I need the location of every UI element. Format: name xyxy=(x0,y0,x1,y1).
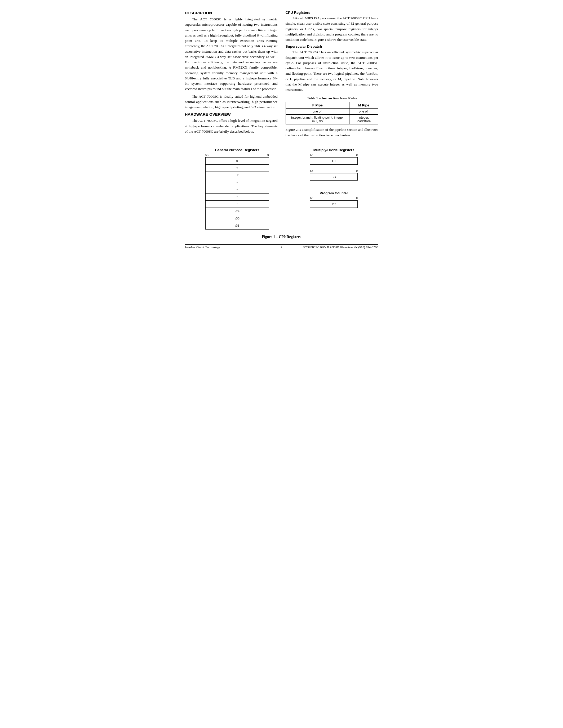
description-para-2: The ACT 7000SC is ideally suited for hig… xyxy=(185,94,277,110)
cpu-registers-para: Like all MIPS ISA processors, the ACT 70… xyxy=(286,16,378,42)
instruction-issue-table: F Pipe M Pipe one of: one of: integer, b… xyxy=(286,102,378,124)
footer-center: 2 xyxy=(280,246,282,249)
hi-bit-low: 0 xyxy=(356,153,358,157)
description-para-1: The ACT 7000SC is a highly integrated sy… xyxy=(185,17,277,92)
footer-left: Aeroflex Circuit Technology xyxy=(185,246,220,249)
figure-2-paragraph: Figure 2 is a simplification of the pipe… xyxy=(286,127,378,138)
gpr-row-dot2: • xyxy=(205,186,269,194)
footer-right: SCD7000SC REV B 7/30/01 Plainview NY (51… xyxy=(303,246,378,249)
gpr-row-r2: r2 xyxy=(205,172,269,179)
table-row2-mpipe: integer, load/store xyxy=(350,115,378,124)
superscalar-dispatch-para: The ACT 7000SC has an efficient symmetri… xyxy=(286,50,378,92)
lo-register-box: LO xyxy=(310,173,358,181)
gpr-row-r1: r1 xyxy=(205,165,269,172)
hi-register-section: 63 0 HI xyxy=(310,153,358,165)
pc-title: Program Counter xyxy=(320,191,348,195)
lo-bit-low: 0 xyxy=(356,169,358,173)
gpr-row-dot4: • xyxy=(205,201,269,208)
figure-area: General Purpose Registers 63 0 0 r1 r2 •… xyxy=(185,148,378,230)
table-header-mpipe: M Pipe xyxy=(350,102,378,109)
gpr-bit-labels: 63 0 xyxy=(205,153,269,157)
gpr-row-r29: r29 xyxy=(205,208,269,215)
description-title: DESCRIPTION xyxy=(185,11,277,15)
footer-wrapper: Aeroflex Circuit Technology 2 SCD7000SC … xyxy=(185,246,378,249)
hi-bit-labels: 63 0 xyxy=(310,153,358,157)
table-title: Table 1 – Instruction Issue Rules xyxy=(286,96,378,100)
lo-bit-high: 63 xyxy=(310,169,313,173)
right-column: CPU Registers Like all MIPS ISA processo… xyxy=(286,11,378,140)
gpr-row-r30: r30 xyxy=(205,215,269,222)
footer: Aeroflex Circuit Technology 2 SCD7000SC … xyxy=(185,244,378,249)
figure-caption: Figure 1 – CP0 Registers xyxy=(185,235,378,239)
lo-bit-labels: 63 0 xyxy=(310,169,358,173)
gpr-container: 0 r1 r2 • • • • r29 r30 r31 xyxy=(205,157,269,230)
cpu-registers-title: CPU Registers xyxy=(286,11,378,15)
gpr-bit-low: 0 xyxy=(267,153,269,157)
two-column-layout: DESCRIPTION The ACT 7000SC is a highly i… xyxy=(185,11,378,140)
md-group: Multiply/Divide Registers 63 0 HI 63 0 L… xyxy=(310,148,358,185)
table-row1-fpipe: one of: xyxy=(286,109,350,115)
hardware-overview-title: HARDWARE OVERVIEW xyxy=(185,112,277,116)
gpr-row-0: 0 xyxy=(205,157,269,165)
table-header-fpipe: F Pipe xyxy=(286,102,350,109)
page: DESCRIPTION The ACT 7000SC is a highly i… xyxy=(185,11,378,249)
gpr-bit-high: 63 xyxy=(205,153,208,157)
lo-register-section: 63 0 LO xyxy=(310,169,358,181)
gpr-row-dot3: • xyxy=(205,194,269,201)
pc-bit-low: 0 xyxy=(356,196,358,200)
table-row1-mpipe: one of: xyxy=(350,109,378,115)
table-row2-fpipe: integer, branch, floating-point, integer… xyxy=(286,115,350,124)
md-title: Multiply/Divide Registers xyxy=(314,148,355,152)
pc-group: Program Counter 63 0 PC xyxy=(310,191,358,208)
superscalar-dispatch-title: Superscalar Dispatch xyxy=(286,44,378,48)
gpr-group: General Purpose Registers 63 0 0 r1 r2 •… xyxy=(205,148,269,230)
pc-register-box: PC xyxy=(310,200,358,208)
gpr-row-dot1: • xyxy=(205,179,269,186)
gpr-title: General Purpose Registers xyxy=(215,148,259,152)
pc-bit-high: 63 xyxy=(310,196,313,200)
pc-bit-labels: 63 0 xyxy=(310,196,358,200)
left-column: DESCRIPTION The ACT 7000SC is a highly i… xyxy=(185,11,277,140)
gpr-row-r31: r31 xyxy=(205,222,269,229)
hardware-overview-para: The ACT 7000SC offers a high-level of in… xyxy=(185,118,277,134)
right-registers: Multiply/Divide Registers 63 0 HI 63 0 L… xyxy=(310,148,358,208)
hi-register-box: HI xyxy=(310,157,358,165)
hi-bit-high: 63 xyxy=(310,153,313,157)
